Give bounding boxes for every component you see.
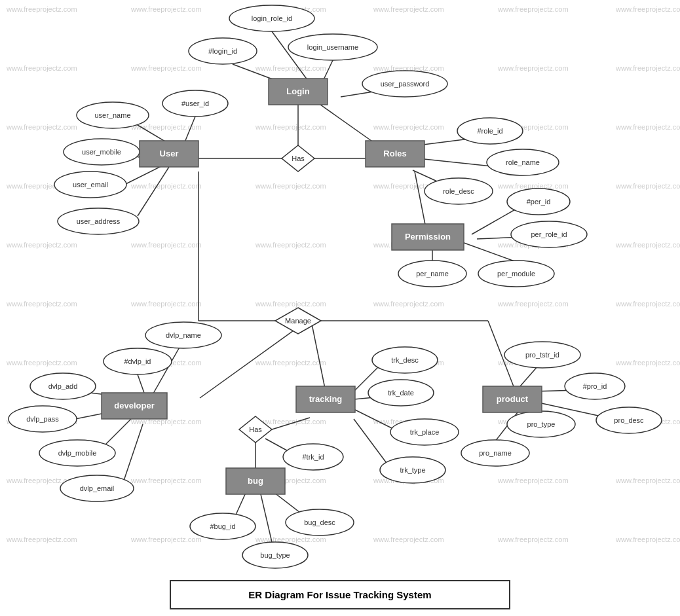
attr-dvlp-add-label: dvlp_add: [48, 382, 78, 390]
watermark: www.freeprojectz.com: [6, 241, 77, 249]
entity-user-label: User: [160, 149, 179, 158]
entity-roles-label: Roles: [383, 149, 406, 158]
svg-line-23: [311, 321, 326, 391]
relationship-has2-label: Has: [249, 426, 262, 433]
er-diagram: www.freeprojectz.com www.freeprojectz.co…: [0, 0, 680, 616]
watermark: www.freeprojectz.com: [130, 64, 202, 72]
watermark: www.freeprojectz.com: [6, 535, 77, 543]
entity-permission-label: Permission: [405, 232, 451, 242]
attr-dvlp-mobile-label: dvlp_mobile: [58, 449, 97, 457]
svg-line-17: [472, 208, 518, 234]
attr-per-module-label: per_module: [497, 270, 535, 278]
watermark: www.freeprojectz.com: [497, 477, 569, 484]
watermark: www.freeprojectz.com: [497, 300, 569, 308]
watermark: www.freeprojectz.com: [615, 182, 680, 190]
attr-per-role-id-label: per_role_id: [531, 230, 567, 238]
watermark: www.freeprojectz.com: [255, 300, 326, 308]
attr-trk-type-label: trk_type: [400, 466, 425, 474]
attr-per-name-label: per_name: [416, 270, 449, 278]
watermark: www.freeprojectz.com: [497, 5, 569, 13]
entity-bug-label: bug: [248, 476, 263, 486]
attr-login-id-label: #login_id: [208, 47, 237, 55]
watermark: www.freeprojectz.com: [130, 477, 202, 484]
watermark: www.freeprojectz.com: [255, 241, 326, 249]
watermark: www.freeprojectz.com: [255, 182, 326, 190]
attr-dvlp-id-label: #dvlp_id: [124, 357, 151, 365]
attr-pro-name-label: pro_name: [479, 449, 512, 457]
entity-tracking-label: tracking: [309, 394, 343, 404]
watermark: www.freeprojectz.com: [373, 535, 444, 543]
attr-dvlp-pass-label: dvlp_pass: [26, 415, 59, 423]
attr-trk-date-label: trk_date: [388, 389, 414, 397]
watermark: www.freeprojectz.com: [130, 241, 202, 249]
svg-line-14: [418, 158, 498, 167]
watermark: www.freeprojectz.com: [6, 123, 77, 131]
watermark: www.freeprojectz.com: [615, 64, 680, 72]
svg-line-28: [138, 374, 144, 393]
attr-pro-type-label: pro_type: [527, 420, 556, 428]
attr-trk-id-label: #trk_id: [302, 453, 324, 461]
attr-user-address-label: user_address: [77, 217, 121, 225]
entity-product-label: product: [497, 394, 529, 404]
attr-dvlp-name-label: dvlp_name: [166, 331, 201, 339]
watermark: www.freeprojectz.com: [373, 5, 444, 13]
attr-bug-type-label: bug_type: [260, 551, 290, 559]
attr-trk-desc-label: trk_desc: [391, 356, 419, 364]
watermark: www.freeprojectz.com: [6, 359, 77, 367]
watermark: www.freeprojectz.com: [130, 182, 202, 190]
attr-user-email-label: user_email: [73, 181, 108, 189]
watermark: www.freeprojectz.com: [6, 5, 77, 13]
watermark: www.freeprojectz.com: [6, 300, 77, 308]
diagram-title: ER Diagram For Issue Tracking System: [170, 580, 510, 609]
watermark: www.freeprojectz.com: [373, 300, 444, 308]
relationship-manage-label: Manage: [285, 317, 311, 325]
attr-user-name-label: user_name: [94, 111, 130, 119]
attr-per-id-label: #per_id: [527, 198, 551, 206]
attr-pro-desc-label: pro_desc: [614, 416, 644, 424]
watermark: www.freeprojectz.com: [255, 359, 326, 367]
watermark: www.freeprojectz.com: [615, 123, 680, 131]
attr-bug-desc-label: bug_desc: [304, 518, 335, 526]
attr-role-id-label: #role_id: [477, 127, 502, 135]
attr-login-role-id-label: login_role_id: [252, 14, 292, 22]
watermark: www.freeprojectz.com: [615, 241, 680, 249]
attr-dvlp-email-label: dvlp_email: [80, 484, 115, 492]
watermark: www.freeprojectz.com: [497, 535, 569, 543]
watermark: www.freeprojectz.com: [130, 300, 202, 308]
watermark: www.freeprojectz.com: [373, 123, 444, 131]
attr-pro-id-label: #pro_id: [583, 382, 607, 390]
svg-line-3: [341, 92, 373, 97]
watermark: www.freeprojectz.com: [6, 64, 77, 72]
attr-user-mobile-label: user_mobile: [82, 148, 121, 156]
attr-user-password-label: user_password: [381, 80, 430, 88]
watermark: www.freeprojectz.com: [615, 477, 680, 484]
svg-line-16: [415, 172, 426, 228]
watermark: www.freeprojectz.com: [615, 300, 680, 308]
watermark: www.freeprojectz.com: [615, 359, 680, 367]
watermark: www.freeprojectz.com: [497, 64, 569, 72]
attr-trk-place-label: trk_place: [410, 428, 440, 436]
attr-pro-tstr-id-label: pro_tstr_id: [525, 351, 559, 359]
watermark: www.freeprojectz.com: [615, 5, 680, 13]
attr-bug-id-label: #bug_id: [210, 522, 235, 530]
attr-login-username-label: login_username: [307, 43, 358, 51]
watermark: www.freeprojectz.com: [130, 535, 202, 543]
watermark: www.freeprojectz.com: [130, 5, 202, 13]
relationship-has1-label: Has: [292, 154, 305, 162]
watermark: www.freeprojectz.com: [255, 64, 326, 72]
watermark: www.freeprojectz.com: [255, 123, 326, 131]
entity-developer-label: developer: [114, 401, 154, 410]
attr-role-desc-label: role_desc: [443, 187, 474, 195]
watermark: www.freeprojectz.com: [615, 535, 680, 543]
attr-role-name-label: role_name: [506, 158, 540, 166]
attr-user-id-label: #user_id: [181, 100, 209, 107]
svg-line-12: [138, 167, 169, 216]
entity-login-label: Login: [286, 86, 309, 96]
